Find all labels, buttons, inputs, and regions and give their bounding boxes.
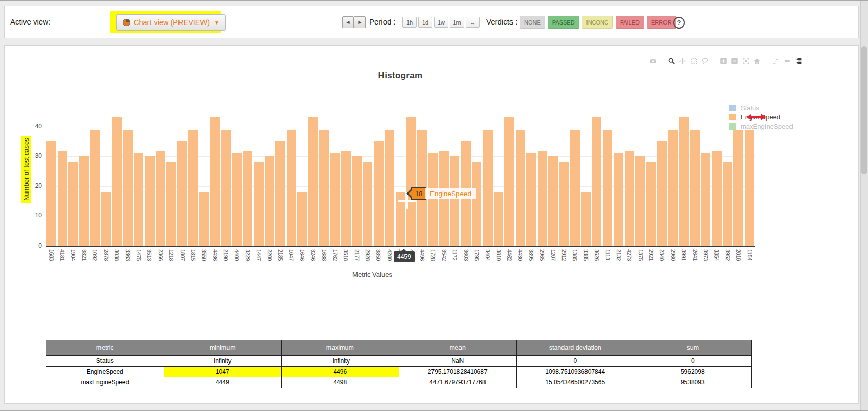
bar[interactable] <box>723 162 732 246</box>
bar[interactable] <box>188 130 198 247</box>
period-↔-button[interactable]: ↔ <box>466 17 480 28</box>
bar[interactable] <box>275 141 285 246</box>
period-1h-button[interactable]: 1h <box>402 17 417 28</box>
bar[interactable] <box>199 192 209 247</box>
bar[interactable] <box>101 192 111 247</box>
bar[interactable] <box>657 141 667 246</box>
x-tick-label: 1375 <box>637 249 643 261</box>
bar[interactable] <box>494 192 503 247</box>
autoscale-icon[interactable] <box>740 56 751 66</box>
zoom-out-icon[interactable] <box>729 56 740 66</box>
bar[interactable] <box>341 151 351 247</box>
bar[interactable] <box>559 162 569 246</box>
lasso-icon[interactable] <box>699 56 710 66</box>
verdict-error-button[interactable]: ERROR <box>647 16 676 29</box>
bar[interactable] <box>526 153 536 246</box>
bar[interactable] <box>46 141 56 246</box>
bar[interactable] <box>297 192 307 247</box>
bar[interactable] <box>352 156 362 246</box>
bar[interactable] <box>177 141 187 246</box>
bar[interactable] <box>701 153 710 246</box>
legend-swatch <box>729 123 736 130</box>
bar[interactable] <box>603 130 612 247</box>
bar[interactable] <box>123 130 133 247</box>
bar[interactable] <box>679 117 689 246</box>
bar[interactable] <box>134 153 143 246</box>
zoom-icon[interactable] <box>666 56 677 66</box>
bar[interactable] <box>287 130 296 247</box>
period-1m-button[interactable]: 1m <box>450 17 464 28</box>
bar[interactable] <box>504 117 514 246</box>
bar[interactable] <box>90 130 100 247</box>
bar[interactable] <box>516 130 525 247</box>
spikelines-icon[interactable] <box>770 56 781 66</box>
x-tick-label: 3821 <box>81 249 87 261</box>
legend-item-maxEngineSpeed[interactable]: maxEngineSpeed <box>729 122 793 131</box>
bar[interactable] <box>472 162 481 246</box>
bar[interactable] <box>330 153 340 246</box>
bar[interactable] <box>450 156 459 246</box>
prev-period-button[interactable]: ◄ <box>342 16 354 28</box>
bar[interactable] <box>690 130 700 247</box>
bar[interactable] <box>483 130 493 247</box>
bar[interactable] <box>308 117 318 246</box>
x-tick-label: 1688 <box>321 249 327 261</box>
bar[interactable] <box>166 162 176 246</box>
view-selector-dropdown[interactable]: Chart view (PREVIEW) ▼ <box>116 14 226 31</box>
bar[interactable] <box>733 130 743 247</box>
bar[interactable] <box>254 162 264 246</box>
bar[interactable] <box>592 117 601 246</box>
bar[interactable] <box>745 130 754 247</box>
bar[interactable] <box>625 151 634 247</box>
bar[interactable] <box>265 156 274 246</box>
verdict-none-button[interactable]: NONE <box>520 16 545 29</box>
x-tick-label: 1815 <box>190 249 196 261</box>
pan-icon[interactable] <box>677 56 688 66</box>
verdict-inconc-button[interactable]: INCONC <box>582 16 613 29</box>
bar[interactable] <box>385 130 394 247</box>
legend-swatch <box>729 105 736 111</box>
table-header-sum: sum <box>634 340 752 356</box>
bar[interactable] <box>374 141 384 246</box>
bar[interactable] <box>319 130 329 247</box>
scrollbar-track[interactable] <box>860 1 868 411</box>
bar[interactable] <box>79 156 89 246</box>
verdict-failed-button[interactable]: FAILED <box>616 16 644 29</box>
zoom-in-icon[interactable] <box>718 56 729 66</box>
bar[interactable] <box>668 130 678 247</box>
bar[interactable] <box>646 162 656 246</box>
bar[interactable] <box>156 151 165 247</box>
legend-item-Status[interactable]: Status <box>729 103 793 112</box>
verdict-passed-button[interactable]: PASSED <box>548 16 579 29</box>
bar[interactable] <box>243 151 252 247</box>
bar[interactable] <box>363 162 372 246</box>
bar[interactable] <box>145 156 155 246</box>
bar[interactable] <box>548 156 558 246</box>
bar[interactable] <box>68 162 78 246</box>
x-tick-label: 3542 <box>441 249 447 261</box>
hover-single-icon[interactable] <box>781 56 792 66</box>
bar[interactable] <box>210 117 220 246</box>
camera-icon[interactable] <box>647 56 658 66</box>
bar[interactable] <box>635 156 645 246</box>
box-select-icon[interactable] <box>688 56 699 66</box>
bar[interactable] <box>406 117 416 246</box>
bar[interactable] <box>538 151 547 247</box>
bar[interactable] <box>581 192 591 247</box>
period-1w-button[interactable]: 1w <box>434 17 448 28</box>
bar[interactable] <box>712 151 722 247</box>
reset-home-icon[interactable] <box>751 56 762 66</box>
bar[interactable] <box>221 130 231 247</box>
period-1d-button[interactable]: 1d <box>418 17 432 28</box>
next-period-button[interactable]: ► <box>354 16 366 28</box>
help-icon[interactable]: ? <box>673 17 685 29</box>
bar[interactable] <box>112 117 122 246</box>
bar[interactable] <box>428 153 438 246</box>
bar[interactable] <box>58 151 67 247</box>
bar[interactable] <box>570 130 580 247</box>
x-tick-label: 3626 <box>594 249 599 261</box>
hover-closest-icon[interactable] <box>792 56 803 66</box>
bar[interactable] <box>614 153 623 246</box>
scrollbar-thumb[interactable] <box>861 46 867 174</box>
bar[interactable] <box>232 153 242 246</box>
